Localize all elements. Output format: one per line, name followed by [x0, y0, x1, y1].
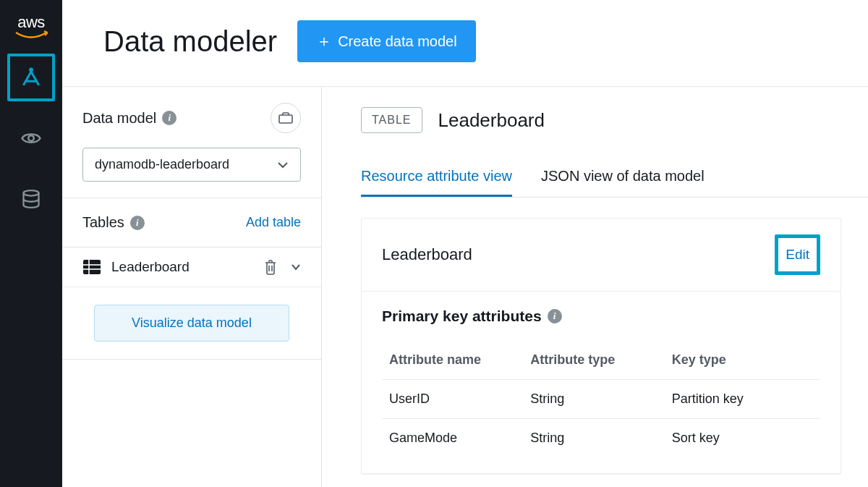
table-list-item[interactable]: Leaderboard [62, 247, 321, 287]
cell-attr-name: GameMode [389, 431, 530, 446]
svg-point-2 [24, 190, 39, 195]
eye-icon [20, 127, 42, 149]
page-title: Data modeler [103, 25, 277, 58]
nav-visualizer[interactable] [7, 114, 55, 162]
primary-key-section-title: Primary key attributes i [382, 308, 820, 325]
visualize-data-model-button[interactable]: Visualize data model [94, 305, 289, 342]
compass-icon [20, 66, 43, 89]
data-model-selected: dynamodb-leaderboard [95, 157, 229, 172]
table-icon [82, 259, 101, 275]
primary-key-table: Attribute name Attribute type Key type U… [382, 341, 820, 457]
cell-attr-name: UserID [389, 391, 530, 407]
data-model-label: Data model i [82, 110, 176, 127]
col-attribute-type: Attribute type [530, 352, 671, 368]
data-model-select[interactable]: dynamodb-leaderboard [82, 148, 301, 182]
tab-resource-attribute[interactable]: Resource attribute view [361, 168, 512, 197]
plus-icon: ＋ [316, 30, 332, 52]
tabs: Resource attribute view JSON view of dat… [361, 168, 868, 198]
content-title: Leaderboard [438, 109, 545, 132]
main-content: TABLE Leaderboard Resource attribute vie… [322, 87, 868, 487]
cell-key-type: Sort key [672, 431, 813, 446]
col-attribute-name: Attribute name [389, 352, 530, 368]
svg-rect-3 [279, 115, 292, 123]
nav-data-modeler[interactable] [7, 54, 55, 101]
chevron-down-icon [291, 263, 301, 271]
table-header-row: Attribute name Attribute type Key type [382, 341, 820, 379]
briefcase-icon [278, 112, 293, 124]
nav-rail: aws [0, 0, 62, 487]
chevron-down-icon [277, 161, 289, 169]
info-icon[interactable]: i [548, 309, 562, 323]
info-icon[interactable]: i [162, 111, 176, 125]
tab-json-view[interactable]: JSON view of data model [541, 168, 705, 197]
table-row: UserID String Partition key [382, 379, 820, 418]
cell-attr-type: String [530, 431, 671, 446]
table-detail-card: Leaderboard Edit Primary key attributes … [361, 218, 841, 474]
aws-smile-icon [14, 30, 48, 41]
table-badge: TABLE [361, 107, 422, 133]
aws-logo-text: aws [17, 13, 45, 32]
cell-key-type: Partition key [672, 391, 813, 407]
aws-logo: aws [14, 13, 48, 41]
header: Data modeler ＋ Create data model [62, 0, 868, 86]
expand-table-button[interactable] [291, 263, 301, 271]
svg-rect-4 [83, 260, 101, 274]
info-icon[interactable]: i [130, 216, 145, 230]
svg-point-1 [28, 135, 34, 141]
table-name: Leaderboard [111, 259, 253, 275]
create-data-model-button[interactable]: ＋ Create data model [297, 20, 476, 62]
trash-icon [263, 259, 278, 275]
card-title: Leaderboard [382, 245, 472, 264]
export-button[interactable] [271, 103, 301, 133]
database-icon [21, 189, 41, 209]
edit-button[interactable]: Edit [775, 234, 820, 275]
side-panel: Data model i dynamodb-leaderboard [62, 87, 322, 487]
col-key-type: Key type [672, 352, 813, 368]
delete-table-button[interactable] [263, 259, 278, 275]
cell-attr-type: String [530, 391, 671, 407]
nav-operations[interactable] [7, 175, 55, 223]
tables-label: Tables i [82, 214, 145, 231]
breadcrumb: TABLE Leaderboard [361, 107, 868, 133]
create-data-model-label: Create data model [338, 33, 457, 50]
add-table-link[interactable]: Add table [246, 215, 301, 230]
table-row: GameMode String Sort key [382, 418, 820, 457]
